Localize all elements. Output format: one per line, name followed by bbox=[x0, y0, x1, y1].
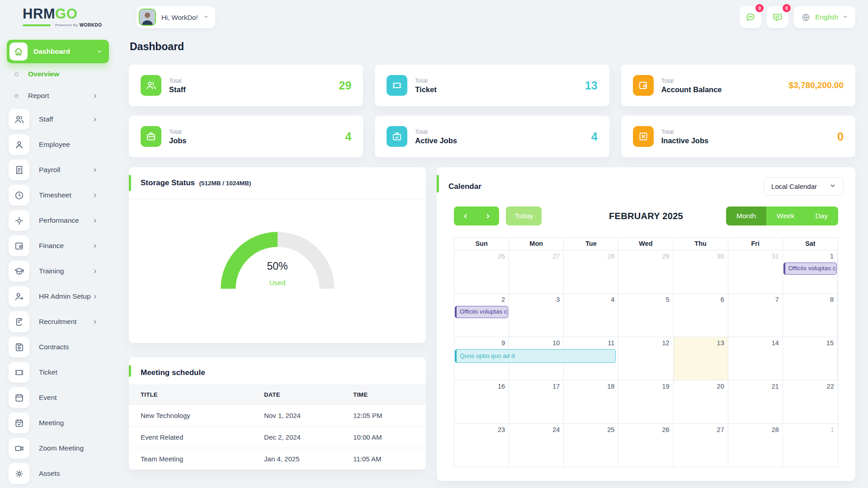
sidebar-item-staff[interactable]: Staff bbox=[7, 107, 109, 132]
calendar-source-select[interactable]: Local Calendar bbox=[764, 177, 844, 196]
sidebar-item-contracts[interactable]: Contracts bbox=[7, 334, 109, 360]
messages-badge: 0 bbox=[755, 4, 764, 12]
globe-icon bbox=[801, 13, 811, 22]
language-label: English bbox=[815, 13, 838, 21]
calendar-dayheader-sun: Sun bbox=[454, 238, 509, 250]
calendar-view-week[interactable]: Week bbox=[766, 206, 805, 225]
calendar-day-cell[interactable]: 23 bbox=[454, 424, 509, 467]
calendar-day-cell[interactable]: 7 bbox=[728, 294, 783, 337]
meeting-column-time: TIME bbox=[349, 385, 426, 405]
calendar-dayheader-mon: Mon bbox=[509, 238, 564, 250]
sidebar-item-ticket[interactable]: Ticket bbox=[7, 360, 109, 385]
calendar-day-cell[interactable]: 30 bbox=[674, 250, 728, 293]
gear-icon bbox=[9, 463, 29, 484]
calendar-day-cell[interactable]: 29 bbox=[618, 250, 673, 293]
chevron-right-icon bbox=[92, 192, 98, 198]
user-menu[interactable]: Hi, WorkDo! bbox=[136, 6, 216, 28]
sidebar-item-performance[interactable]: Performance bbox=[7, 208, 109, 233]
calendar-day-cell-today[interactable]: 13 bbox=[674, 337, 728, 380]
stat-text: TotalAccount Balance bbox=[661, 77, 722, 94]
sidebar-item-dashboard[interactable]: Dashboard bbox=[7, 40, 109, 63]
sidebar-item-assets[interactable]: Assets bbox=[7, 461, 109, 486]
sidebar-item-training[interactable]: Training bbox=[7, 258, 109, 284]
calendar-day-cell[interactable]: 28 bbox=[564, 250, 618, 293]
sidebar-item-zoom-meeting[interactable]: Zoom Meeting bbox=[7, 436, 109, 461]
calendar-day-cell[interactable]: 28 bbox=[728, 424, 783, 467]
sidebar-item-event[interactable]: Event bbox=[7, 385, 109, 410]
calendar-view-day[interactable]: Day bbox=[805, 206, 838, 225]
calendar-event[interactable]: Officiis voluptas c bbox=[455, 306, 508, 318]
sidebar: DashboardOverviewReportStaffEmployeePayr… bbox=[0, 34, 115, 488]
chevron-down-icon bbox=[843, 13, 848, 21]
storage-subtitle: (512MB / 1024MB) bbox=[199, 180, 251, 187]
messages-button[interactable]: 0 bbox=[740, 6, 761, 28]
chat-bubble-icon bbox=[745, 12, 756, 23]
sidebar-item-hr-admin-setup[interactable]: HR Admin Setup bbox=[7, 284, 109, 309]
calendar-day-cell[interactable]: 18 bbox=[564, 380, 618, 423]
calendar-day-cell[interactable]: 3 bbox=[509, 294, 564, 337]
meeting-time-cell: 12:05 PM bbox=[349, 405, 426, 427]
logo-tagline: Powered By WORKDO bbox=[23, 23, 115, 28]
sidebar-item-payroll[interactable]: Payroll bbox=[7, 157, 109, 183]
sidebar-subitem-overview[interactable]: Overview bbox=[7, 63, 109, 85]
sidebar-item-finance[interactable]: Finance bbox=[7, 233, 109, 258]
storage-used-label: Used bbox=[221, 279, 335, 287]
sidebar-item-label: Payroll bbox=[39, 166, 60, 174]
stat-prefix: Total bbox=[661, 77, 722, 84]
calendar-source-value: Local Calendar bbox=[771, 183, 817, 190]
meeting-time-cell: 10:00 AM bbox=[349, 427, 426, 448]
calendar-day-cell[interactable]: 20 bbox=[674, 380, 728, 423]
calendar-day-cell[interactable]: 27 bbox=[509, 250, 564, 293]
calendar-today-button[interactable]: Today bbox=[506, 206, 542, 225]
stat-text: TotalTicket bbox=[415, 77, 436, 94]
calendar-day-cell[interactable]: 6 bbox=[674, 294, 728, 337]
language-selector[interactable]: English bbox=[794, 6, 855, 28]
sidebar-item-recruitment[interactable]: Recruitment bbox=[7, 309, 109, 334]
calendar-prev-button[interactable] bbox=[454, 206, 476, 225]
calendar-day-cell[interactable]: 24 bbox=[509, 424, 564, 467]
calendar-day-cell[interactable]: 1 bbox=[783, 424, 838, 467]
calendar-day-cell[interactable]: 4 bbox=[564, 294, 618, 337]
calendar-day-cell[interactable]: 22 bbox=[783, 380, 838, 423]
calendar-day-cell[interactable]: 16 bbox=[454, 380, 509, 423]
calendar-event[interactable]: Quos optio quo ad d bbox=[455, 349, 616, 363]
calendar-view-month[interactable]: Month bbox=[726, 206, 766, 225]
calendar-day-cell[interactable]: 26 bbox=[454, 250, 509, 293]
calendar-day-cell[interactable]: 25 bbox=[564, 424, 618, 467]
calendar-day-cell[interactable]: 26 bbox=[618, 424, 673, 467]
sidebar-item-timesheet[interactable]: Timesheet bbox=[7, 183, 109, 208]
calendar-day-cell[interactable]: 31 bbox=[728, 250, 783, 293]
calendar-day-cell[interactable]: 15 bbox=[783, 337, 838, 380]
calendar-day-cell[interactable]: 21 bbox=[728, 380, 783, 423]
workdo-text: WORKDO bbox=[80, 23, 102, 28]
app-logo[interactable]: HRMGO Powered By WORKDO bbox=[0, 7, 115, 28]
sidebar-subitem-label: Report bbox=[28, 92, 49, 100]
stat-card-account-balance: TotalAccount Balance$3,780,200.00 bbox=[621, 65, 855, 106]
calendar-next-button[interactable] bbox=[476, 206, 499, 225]
chevron-right-icon bbox=[92, 117, 98, 122]
calendar-day-cell[interactable]: 5 bbox=[618, 294, 673, 337]
storage-percent: 50% bbox=[221, 260, 335, 272]
calendar-day-cell[interactable]: 19 bbox=[618, 380, 673, 423]
chevron-down-icon bbox=[96, 48, 103, 55]
calendar-dayheader-tue: Tue bbox=[564, 238, 618, 250]
users-icon bbox=[141, 75, 161, 96]
storage-gauge-zone: 50% Used bbox=[129, 199, 426, 343]
meeting-schedule-card: Meeting schedule TITLEDATETIME New Techn… bbox=[129, 357, 426, 470]
calendar-event[interactable]: Officiis voluptas c bbox=[783, 263, 837, 275]
sidebar-subitem-report[interactable]: Report bbox=[7, 85, 109, 107]
sidebar-item-meeting[interactable]: Meeting bbox=[7, 410, 109, 436]
calendar-day-cell[interactable]: 12 bbox=[618, 337, 673, 380]
calendar-day-cell[interactable]: 17 bbox=[509, 380, 564, 423]
users-icon bbox=[9, 109, 29, 130]
calendar-day-cell[interactable]: 8 bbox=[783, 294, 838, 337]
calendar-day-cell[interactable]: 14 bbox=[728, 337, 783, 380]
calendar-day-cell[interactable]: 27 bbox=[674, 424, 728, 467]
sidebar-item-employee[interactable]: Employee bbox=[7, 132, 109, 157]
table-row: Team MeetingJan 4, 202511:05 AM bbox=[129, 448, 426, 470]
stat-prefix: Total bbox=[169, 128, 187, 135]
notifications-button[interactable]: 0 bbox=[767, 6, 788, 28]
stat-text: TotalStaff bbox=[169, 77, 186, 94]
avatar bbox=[139, 9, 156, 26]
calendar-title: Calendar bbox=[448, 182, 481, 191]
